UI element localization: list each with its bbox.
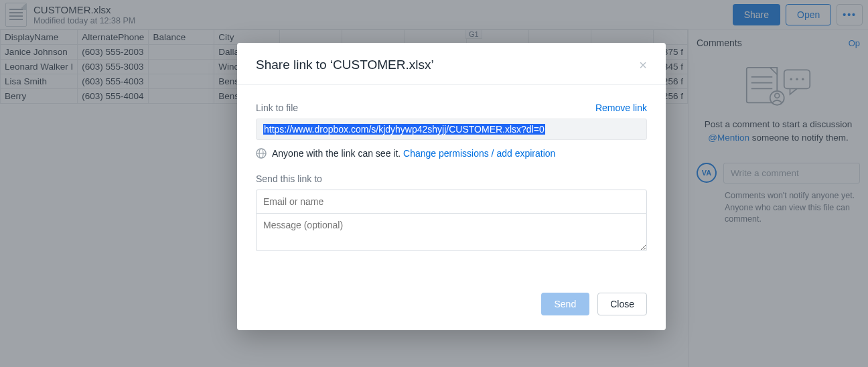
- send-link-label: Send this link to: [256, 173, 647, 184]
- globe-icon: [256, 148, 267, 159]
- change-permissions-link[interactable]: Change permissions / add expiration: [403, 148, 555, 159]
- modal-title: Share link to ‘CUSTOMER.xlsx’: [256, 58, 434, 72]
- share-link-field[interactable]: https://www.dropbox.com/s/kjdyhywp42shyj…: [256, 119, 647, 140]
- link-to-file-label: Link to file: [256, 102, 298, 113]
- permission-row: Anyone with the link can see it. Change …: [256, 148, 647, 159]
- send-button[interactable]: Send: [541, 293, 590, 315]
- message-input[interactable]: [256, 214, 647, 251]
- share-link-modal: Share link to ‘CUSTOMER.xlsx’ × Link to …: [237, 43, 666, 330]
- email-or-name-input[interactable]: [256, 190, 647, 214]
- share-link-value: https://www.dropbox.com/s/kjdyhywp42shyj…: [263, 124, 545, 135]
- close-icon[interactable]: ×: [639, 58, 647, 72]
- remove-link-action[interactable]: Remove link: [595, 102, 647, 113]
- close-button[interactable]: Close: [597, 293, 647, 315]
